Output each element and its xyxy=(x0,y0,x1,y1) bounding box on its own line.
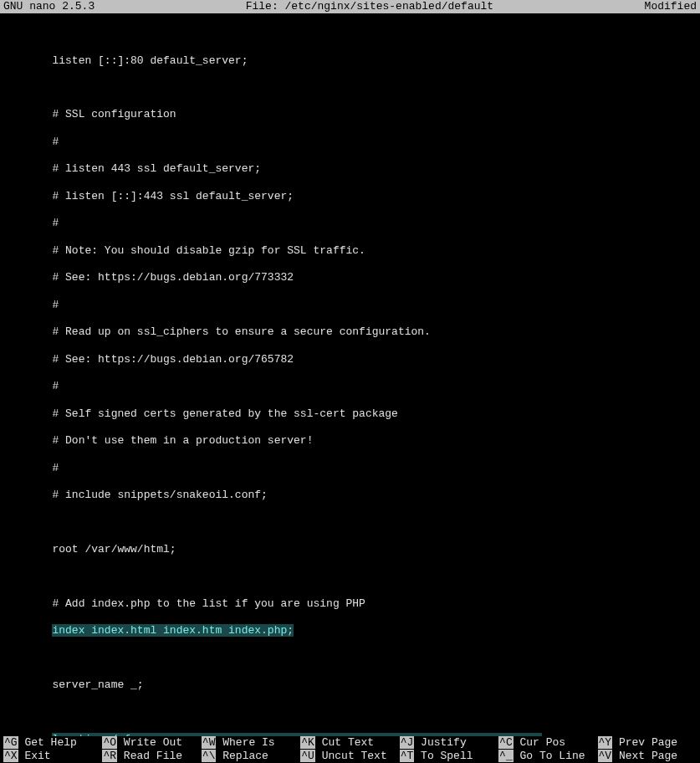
shortcut-cut-text[interactable]: ^K Cut Text xyxy=(300,736,399,750)
editor-line: # listen 443 ssl default_server; xyxy=(52,162,261,175)
shortcut-row-2: ^X Exit ^R Read File ^\ Replace ^U Uncut… xyxy=(3,750,697,763)
title-bar: GNU nano 2.5.3 File: /etc/nginx/sites-en… xyxy=(0,0,700,13)
editor-line: # Self signed certs generated by the ssl… xyxy=(52,407,397,420)
shortcut-get-help[interactable]: ^G Get Help xyxy=(3,736,102,750)
shortcut-go-to-line[interactable]: ^_ Go To Line xyxy=(498,750,597,763)
editor-line-highlighted: index index.html index.htm index.php; xyxy=(52,624,294,637)
editor-content[interactable]: listen [::]:80 default_server; # SSL con… xyxy=(0,13,700,763)
shortcut-next-page[interactable]: ^V Next Page xyxy=(598,750,697,763)
editor-line: # xyxy=(52,299,59,311)
shortcut-write-out[interactable]: ^O Write Out xyxy=(102,736,201,750)
editor-line: # listen [::]:443 ssl default_server; xyxy=(52,190,294,202)
shortcut-exit[interactable]: ^X Exit xyxy=(3,750,102,763)
shortcut-read-file[interactable]: ^R Read File xyxy=(102,750,201,763)
program-name: GNU nano 2.5.3 xyxy=(3,0,95,13)
shortcut-to-spell[interactable]: ^T To Spell xyxy=(400,750,498,763)
editor-line: # xyxy=(52,380,59,392)
shortcut-where-is[interactable]: ^W Where Is xyxy=(202,736,300,750)
file-path: File: /etc/nginx/sites-enabled/default xyxy=(95,0,644,13)
shortcut-cur-pos[interactable]: ^C Cur Pos xyxy=(498,736,597,750)
editor-line: # See: https://bugs.debian.org/773332 xyxy=(52,271,294,284)
editor-line: # xyxy=(52,217,59,229)
shortcut-justify[interactable]: ^J Justify xyxy=(400,736,498,750)
editor-line: # Note: You should disable gzip for SSL … xyxy=(52,244,365,257)
editor-line: # include snippets/snakeoil.conf; xyxy=(52,489,267,501)
shortcut-uncut-text[interactable]: ^U Uncut Text xyxy=(300,750,399,763)
editor-line: # Add index.php to the list if you are u… xyxy=(52,597,365,610)
editor-line: # See: https://bugs.debian.org/765782 xyxy=(52,353,294,366)
editor-line: root /var/www/html; xyxy=(52,543,176,556)
modified-status: Modified xyxy=(645,0,697,13)
shortcut-replace[interactable]: ^\ Replace xyxy=(202,750,300,763)
shortcut-prev-page[interactable]: ^Y Prev Page xyxy=(598,736,697,750)
editor-line: # Read up on ssl_ciphers to ensure a sec… xyxy=(52,325,430,338)
shortcut-row-1: ^G Get Help ^O Write Out ^W Where Is ^K … xyxy=(3,736,697,750)
editor-line: listen [::]:80 default_server; xyxy=(52,54,248,67)
editor-line: # Don't use them in a production server! xyxy=(52,434,313,447)
editor-line: server_name _; xyxy=(52,679,143,691)
shortcut-bar: ^G Get Help ^O Write Out ^W Where Is ^K … xyxy=(0,736,700,764)
editor-line: # SSL configuration xyxy=(52,108,176,120)
editor-line: # xyxy=(52,136,59,148)
editor-line: # xyxy=(52,462,59,474)
